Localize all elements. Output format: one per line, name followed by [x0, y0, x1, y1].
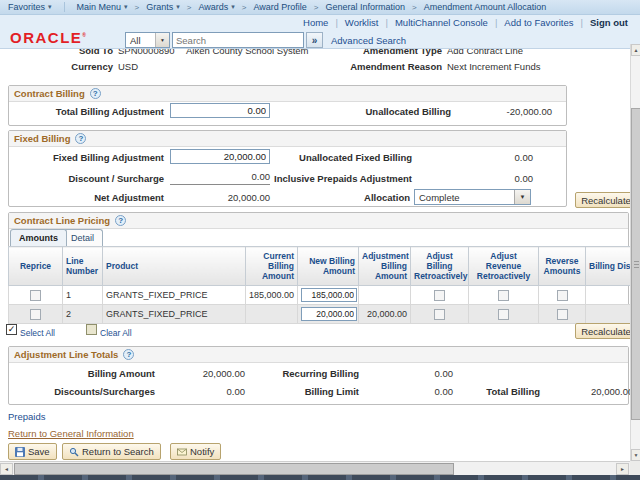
search-scope-select[interactable]: All ▼	[125, 32, 170, 48]
adjustment-line-totals-header: Adjustment Line Totals ?	[9, 347, 628, 363]
reverse-amounts-checkbox[interactable]	[557, 290, 568, 301]
breadcrumb-favorites[interactable]: Favorites ▾	[0, 2, 65, 12]
recalculate-button[interactable]: Recalculate	[575, 323, 637, 339]
tab-amounts-label: Amounts	[19, 233, 58, 243]
discount-surcharge-value: 0.00	[170, 171, 270, 185]
inclusive-prepaids-adjustment-value: 0.00	[433, 173, 533, 184]
breadcrumb-item-grants[interactable]: Grants ▾	[142, 2, 184, 12]
save-button[interactable]: Save	[8, 443, 57, 460]
return-to-general-information-link[interactable]: Return to General Information	[8, 428, 134, 439]
discounts-surcharges-value: 0.00	[155, 386, 245, 397]
scroll-right-icon: ►	[620, 466, 625, 472]
reprice-checkbox[interactable]	[30, 309, 41, 320]
return-to-search-icon	[69, 447, 79, 457]
table-row: 1 GRANTS_FIXED_PRICE 185,000.00	[9, 286, 631, 305]
breadcrumb-separator: >	[184, 3, 195, 12]
adjustment-billing-cell: 20,000.00	[359, 305, 411, 324]
link-separator: |	[385, 17, 387, 28]
horizontal-scrollbar[interactable]: ◄ ►	[0, 461, 630, 475]
fixed-billing-adjustment-input[interactable]	[170, 149, 270, 164]
discounts-surcharges-label: Discounts/Surcharges	[30, 386, 155, 397]
adjust-revenue-retroactively-checkbox[interactable]	[498, 290, 509, 301]
scroll-up-icon: ▲	[634, 47, 639, 53]
column-header-current-billing-amount: Current Billing Amount	[246, 247, 298, 286]
breadcrumb-item-general-information[interactable]: General Information	[322, 2, 410, 12]
allocation-selected-value: Complete	[415, 190, 514, 204]
tab-amounts[interactable]: Amounts	[10, 229, 67, 246]
breadcrumb-item-awards[interactable]: Awards ▾	[194, 2, 238, 12]
adjustment-line-totals-title: Adjustment Line Totals	[14, 349, 118, 360]
clear-all-checkbox[interactable]	[86, 324, 97, 335]
header-band: Home | Worklist | MultiChannel Console |…	[0, 14, 640, 49]
worklist-link[interactable]: Worklist	[345, 17, 379, 28]
tab-detail[interactable]: Detail	[62, 229, 103, 246]
select-all-link[interactable]: Select All	[20, 328, 55, 338]
scroll-down-button[interactable]: ▼	[631, 449, 640, 461]
chevron-down-icon[interactable]: ▼	[514, 190, 530, 204]
help-icon[interactable]: ?	[115, 215, 126, 226]
help-icon[interactable]: ?	[90, 88, 101, 99]
help-icon[interactable]: ?	[123, 349, 134, 360]
breadcrumb-item-label: Awards	[198, 2, 228, 12]
check-icon: ✓	[8, 324, 16, 334]
horizontal-scrollbar-thumb[interactable]	[14, 463, 454, 475]
home-link[interactable]: Home	[303, 17, 328, 28]
sign-out-link[interactable]: Sign out	[590, 17, 628, 28]
peoplesoft-page: Favorites ▾ Main Menu ▾ > Grants ▾ > Awa…	[0, 0, 640, 480]
new-billing-amount-input[interactable]	[301, 288, 357, 302]
multichannel-console-link[interactable]: MultiChannel Console	[395, 17, 488, 28]
scroll-left-button[interactable]: ◄	[0, 463, 13, 475]
contract-line-pricing-grid: Reprice Line Number Product Current Bill…	[8, 246, 630, 324]
adjust-revenue-retroactively-checkbox[interactable]	[498, 309, 509, 320]
breadcrumb-item-award-profile[interactable]: Award Profile	[250, 2, 311, 12]
fixed-billing-title: Fixed Billing	[14, 133, 70, 144]
scroll-up-button[interactable]: ▲	[631, 44, 640, 56]
notify-icon	[177, 447, 187, 457]
product-cell: GRANTS_FIXED_PRICE	[103, 286, 246, 305]
vertical-scrollbar-thumb[interactable]	[631, 108, 640, 420]
prepaids-link[interactable]: Prepaids	[8, 411, 46, 422]
breadcrumb-item-label: General Information	[326, 2, 406, 12]
reprice-checkbox[interactable]	[30, 290, 41, 301]
help-icon[interactable]: ?	[75, 133, 86, 144]
chevron-down-icon[interactable]: ▼	[155, 33, 169, 47]
new-billing-amount-input[interactable]	[301, 307, 357, 321]
allocation-dropdown[interactable]: Complete ▼	[414, 189, 531, 205]
breadcrumb-item-main-menu[interactable]: Main Menu ▾	[73, 2, 132, 12]
return-to-search-button[interactable]: Return to Search	[62, 443, 161, 460]
link-separator: |	[335, 17, 337, 28]
select-all-checkbox[interactable]: ✓	[6, 324, 17, 335]
search-go-button[interactable]: »	[306, 32, 323, 48]
reverse-amounts-checkbox[interactable]	[557, 309, 568, 320]
notify-button[interactable]: Notify	[170, 443, 221, 460]
breadcrumb-item-amendment-amount-allocation[interactable]: Amendment Amount Allocation	[420, 2, 551, 12]
recalculate-label: Recalculate	[581, 195, 631, 206]
adjust-billing-retroactively-checkbox[interactable]	[434, 290, 445, 301]
line-number-cell: 1	[63, 286, 103, 305]
net-adjustment-value: 20,000.00	[170, 192, 270, 203]
billing-discount-cell	[586, 286, 631, 305]
breadcrumb-item-label: Award Profile	[254, 2, 307, 12]
oracle-logo-text: ORACLE	[10, 29, 82, 46]
tab-detail-label: Detail	[71, 233, 94, 243]
adjust-billing-retroactively-checkbox[interactable]	[434, 309, 445, 320]
grid-header-row: Reprice Line Number Product Current Bill…	[9, 247, 631, 286]
billing-discount-cell	[586, 305, 631, 324]
total-billing-adjustment-input[interactable]	[170, 103, 270, 118]
clear-all-link[interactable]: Clear All	[100, 328, 132, 338]
search-input[interactable]	[172, 32, 304, 48]
scroll-right-button[interactable]: ►	[616, 463, 629, 475]
billing-limit-value: 0.00	[380, 386, 453, 397]
unallocated-billing-value: -20,000.00	[452, 106, 552, 117]
add-to-favorites-link[interactable]: Add to Favorites	[504, 17, 573, 28]
oracle-logo: ORACLE®	[10, 29, 88, 46]
chevron-down-icon: ▾	[124, 3, 128, 11]
breadcrumb: Favorites ▾ Main Menu ▾ > Grants ▾ > Awa…	[0, 0, 640, 15]
currency-value: USD	[118, 61, 138, 72]
taskbar-strip	[0, 475, 640, 480]
unallocated-fixed-billing-label: Unallocated Fixed Billing	[265, 152, 412, 163]
total-billing-adjustment-label: Total Billing Adjustment	[16, 106, 164, 117]
advanced-search-link[interactable]: Advanced Search	[331, 35, 406, 46]
recalculate-button[interactable]: Recalculate	[575, 192, 637, 208]
vertical-scrollbar[interactable]: ▲ ▼	[630, 44, 640, 461]
